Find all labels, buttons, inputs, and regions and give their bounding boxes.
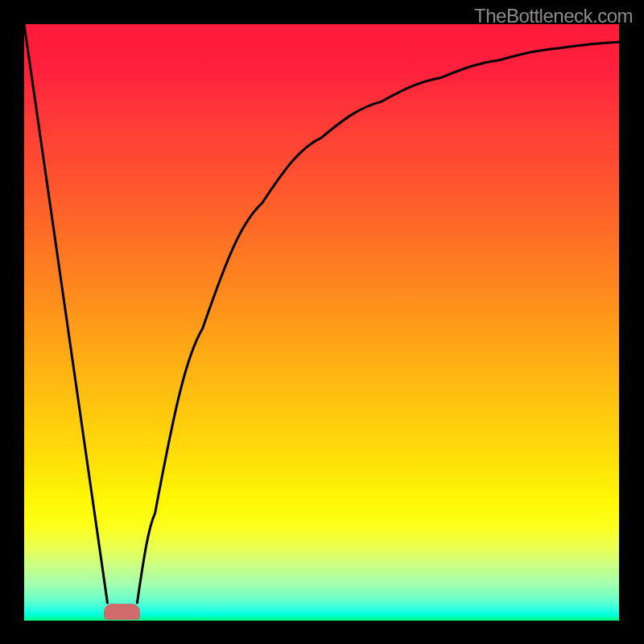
watermark: TheBottleneck.com (474, 5, 633, 27)
curve-lines (24, 24, 619, 621)
right-ascent-curve (137, 42, 619, 603)
plot-area (24, 24, 619, 621)
optimal-marker (104, 604, 140, 620)
left-descent-line (24, 24, 107, 603)
